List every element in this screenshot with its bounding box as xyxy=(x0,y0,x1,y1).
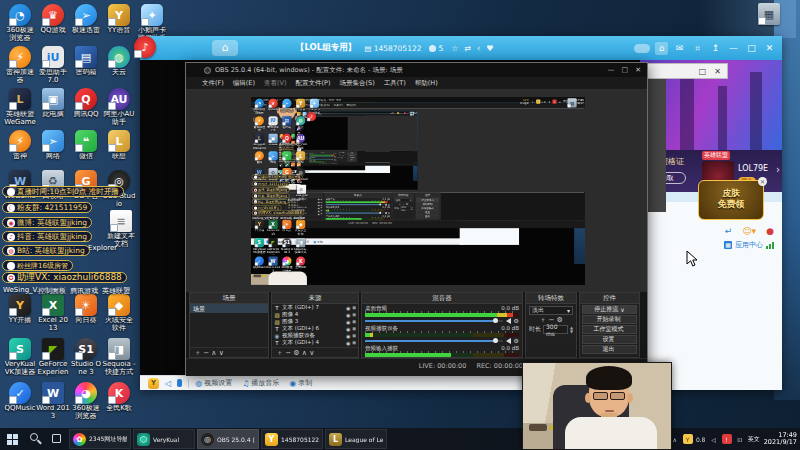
chat-action-icon[interactable]: ↵ xyxy=(725,226,733,236)
tray-icon[interactable]: 英文 xyxy=(748,434,760,444)
visibility-eye-icon[interactable]: ◉ xyxy=(346,326,350,332)
mixer-dock-header[interactable]: 混音器 xyxy=(362,293,522,304)
clock[interactable]: 17:49 2021/9/17 xyxy=(764,432,797,446)
yy-window-control-icon[interactable]: ✕ xyxy=(763,42,776,55)
tray-icon[interactable]: ⊡ xyxy=(735,434,745,444)
yy-home-badge-icon[interactable]: ⌂ xyxy=(212,40,238,56)
obs-menu-item[interactable]: 文件(F) xyxy=(202,79,224,88)
yy-toolbar-button[interactable]: ♫ 播放音乐 xyxy=(242,378,279,388)
visibility-eye-icon[interactable]: ◉ xyxy=(346,312,350,318)
task-view-button[interactable] xyxy=(46,428,68,450)
controls-dock-header[interactable]: 控件 xyxy=(580,293,639,304)
lock-icon[interactable]: ◼ xyxy=(352,340,356,345)
obs-menu-item[interactable]: 配置文件(P) xyxy=(296,79,331,88)
taskbar-app-button[interactable]: L League of Lege.. xyxy=(325,429,387,449)
lock-icon[interactable]: ◼ xyxy=(352,326,356,331)
source-list-item[interactable]: ▨ 图像 3 ◉ ◼ xyxy=(272,318,358,325)
volume-slider-knob[interactable] xyxy=(493,338,498,343)
duration-stepper[interactable]: ▲▼ xyxy=(570,326,573,334)
yy-toolbar-button[interactable]: ◍ 视频设置 xyxy=(195,378,232,388)
taskbar-app-button[interactable]: ⬡ VeryKual xyxy=(133,429,195,449)
taskbar-app-button[interactable]: Y 1458705122- [L.. xyxy=(261,429,323,449)
yy-titlebar-action-icon[interactable]: ☆ xyxy=(451,44,458,53)
tray-icon[interactable]: Y xyxy=(683,434,693,444)
yy-titlebar[interactable]: ⌂ 【LOL组专用】 ▤ 1458705122 5 ☆⇄‹♥ ⌂✉⌗↥—□✕ xyxy=(140,36,782,60)
yy-window-control-icon[interactable]: ⌗ xyxy=(691,42,704,55)
source-list-item[interactable]: ▨ 图像 4 ◉ ◼ xyxy=(272,311,358,318)
desktop-icon-netease-music[interactable]: ♪ xyxy=(128,36,162,58)
volume-slider[interactable] xyxy=(365,340,503,342)
scenes-toolbar[interactable]: ＋ − ∧ ∨ xyxy=(190,347,268,357)
source-list-item[interactable]: T 文本 (GDI+) 7 ◉ ◼ xyxy=(272,304,358,311)
source-list-item[interactable]: T 文本 (GDI+) 6 ◉ ◼ xyxy=(272,325,358,332)
yy-window-control-icon[interactable]: ⌂ xyxy=(655,42,668,55)
volume-slider-knob[interactable] xyxy=(493,318,498,323)
chat-action-icon[interactable]: ☺▾ xyxy=(742,226,756,236)
yy-toolbar-button[interactable]: ◉ 录制 xyxy=(289,378,312,388)
lock-icon[interactable]: ◼ xyxy=(352,305,356,310)
maximize-icon[interactable]: □ xyxy=(699,67,707,76)
gear-icon[interactable]: ⚙ xyxy=(514,337,519,344)
gear-icon[interactable]: ⚙ xyxy=(514,317,519,324)
yy-window-control-icon[interactable]: ↥ xyxy=(709,42,722,55)
speaker-icon[interactable] xyxy=(506,338,511,344)
scenes-dock-header[interactable]: 场景 xyxy=(190,293,268,304)
sources-toolbar[interactable]: ＋ − ⚙ ∧ ∨ xyxy=(272,347,358,357)
speaker-icon[interactable] xyxy=(506,318,511,324)
speaker-icon[interactable]: ◁ xyxy=(165,379,171,388)
skin-giveaway-badge[interactable]: ✕ 皮肤 免费领 xyxy=(698,180,764,220)
yy-titlebar-actions: ☆⇄‹♥ xyxy=(451,44,493,53)
obs-control-button[interactable]: 退出 xyxy=(582,345,637,354)
chat-action-icon[interactable]: ● xyxy=(766,226,774,236)
tray-icon[interactable]: ◁ xyxy=(709,434,719,444)
source-list-item[interactable]: T 文本 (GDI+) 4 ◉ ◼ xyxy=(272,339,358,346)
obs-control-button[interactable]: 设置 xyxy=(582,335,637,344)
transitions-dock-header[interactable]: 转场特效 xyxy=(526,293,576,304)
yy-window-control-icon[interactable]: ✉ xyxy=(673,42,686,55)
yy-window-control-icon[interactable]: — xyxy=(727,42,740,55)
source-list-item[interactable]: ◉ 视频捕获设备 ◉ ◼ xyxy=(272,332,358,339)
obs-control-button[interactable]: 工作室模式 xyxy=(582,325,637,334)
lock-icon[interactable]: ◼ xyxy=(352,319,356,324)
obs-menu-item[interactable]: 工具(T) xyxy=(384,79,406,88)
visibility-eye-icon[interactable]: ◉ xyxy=(346,305,350,311)
scene-list-item[interactable]: 场景 xyxy=(190,304,268,313)
obs-window-control-icon[interactable]: ✕ xyxy=(635,66,641,74)
taskbar-app-button[interactable]: ◎ OBS 25.0.4 (64-.. xyxy=(197,429,259,449)
dialog-titlebar[interactable]: □ ✕ xyxy=(646,63,728,79)
search-button[interactable] xyxy=(24,428,46,450)
close-icon[interactable]: ✕ xyxy=(714,67,721,76)
volume-slider[interactable] xyxy=(365,320,503,322)
duration-input[interactable]: 300 ms xyxy=(543,325,568,334)
yy-titlebar-action-icon[interactable]: ⇄ xyxy=(464,44,471,53)
visibility-eye-icon[interactable]: ◉ xyxy=(346,340,350,346)
close-icon[interactable]: ✕ xyxy=(758,177,767,186)
chevron-right-icon[interactable]: › xyxy=(776,164,780,175)
lock-icon[interactable]: ◼ xyxy=(352,312,356,317)
obs-window-control-icon[interactable]: — xyxy=(608,66,615,74)
transition-select[interactable]: 淡出 ▾ xyxy=(529,306,573,315)
yy-cat-icon[interactable]: Y xyxy=(148,378,159,389)
obs-titlebar[interactable]: OBS 25.0.4 (64-bit, windows) - 配置文件: 未命名… xyxy=(186,63,647,77)
yy-window-control-icon[interactable]: □ xyxy=(745,42,758,55)
visibility-eye-icon[interactable]: ◉ xyxy=(346,319,350,325)
obs-control-button[interactable]: 开始录制 xyxy=(582,315,637,324)
obs-menu-item[interactable]: 编辑(E) xyxy=(233,79,255,88)
microphone-icon[interactable] xyxy=(177,379,182,387)
sources-dock-header[interactable]: 来源 xyxy=(272,293,358,304)
yy-titlebar-action-icon[interactable]: ‹ xyxy=(477,44,480,53)
obs-menu-item[interactable]: 场景集合(S) xyxy=(340,79,375,88)
obs-menu-item[interactable]: 帮助(H) xyxy=(415,79,438,88)
tray-icon[interactable]: ! xyxy=(722,434,732,444)
app-center-row[interactable]: ▦ 应用中心 xyxy=(724,240,774,250)
lock-icon[interactable]: ◼ xyxy=(352,333,356,338)
visibility-eye-icon[interactable]: ◉ xyxy=(346,333,350,339)
obs-preview-area[interactable]: ◔ 360极速浏览器 ♛ QQ游戏 ➢ 极速迅雷 Y YY语音 ✦ 小鹅声卡嗨屏… xyxy=(186,90,647,292)
tray-icon[interactable]: 0.8 xyxy=(696,434,706,444)
obs-menu-item[interactable]: 查看(V) xyxy=(264,79,287,88)
start-button[interactable] xyxy=(0,428,24,450)
obs-control-button[interactable]: 停止推流 ∨ xyxy=(582,305,637,314)
yy-titlebar-action-icon[interactable]: ♥ xyxy=(486,44,493,53)
obs-window-control-icon[interactable]: □ xyxy=(622,66,629,74)
taskbar-app-button[interactable]: ✿ 2345网址导航 -.. xyxy=(69,429,131,449)
